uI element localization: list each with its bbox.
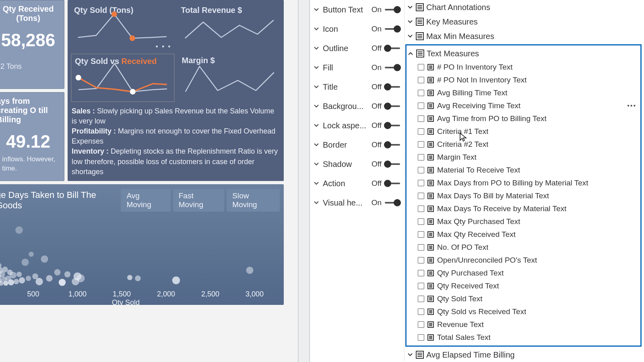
chart-total-revenue[interactable]: Total Revenue $: [178, 3, 281, 52]
fields-pane[interactable]: Chart Annotations Key Measures Max Min M…: [405, 0, 644, 362]
checkbox[interactable]: [418, 296, 424, 302]
checkbox[interactable]: [418, 244, 424, 251]
toggle-switch[interactable]: [385, 26, 400, 32]
report-canvas[interactable]: Qty Received (Tons) 58,286 92 Tons ays f…: [0, 0, 298, 362]
field-row[interactable]: Max Qty Purchased Text: [407, 215, 640, 228]
chevron-down-icon[interactable]: [313, 6, 320, 13]
field-row[interactable]: Revenue Text: [407, 318, 640, 331]
field-row[interactable]: Max Days To Receive by Material Text: [407, 202, 640, 215]
chart-margin[interactable]: Margin $: [179, 53, 281, 102]
format-row[interactable]: ShadowOff: [310, 154, 404, 174]
toggle-switch[interactable]: [385, 64, 400, 71]
format-row[interactable]: Lock aspe...Off: [310, 116, 404, 135]
checkbox[interactable]: [418, 167, 424, 173]
checkbox[interactable]: [418, 103, 424, 109]
field-row[interactable]: Avg Time from PO to Billing Text: [407, 112, 640, 125]
chevron-down-icon[interactable]: [313, 84, 320, 90]
checkbox[interactable]: [418, 64, 424, 70]
toggle-switch[interactable]: [385, 122, 400, 129]
field-row[interactable]: # PO Not In Inventory Text: [407, 74, 640, 86]
format-row[interactable]: Backgrou...Off: [310, 97, 404, 116]
field-row[interactable]: Max Days To Bill by Material Text: [407, 189, 640, 202]
toggle-switch[interactable]: [385, 45, 400, 51]
format-row[interactable]: BorderOff: [310, 135, 404, 154]
table-group[interactable]: Avg Elapsed Time Billing: [405, 348, 644, 362]
checkbox[interactable]: [418, 115, 424, 122]
checkbox[interactable]: [418, 283, 424, 289]
field-row[interactable]: Qty Purchased Text: [407, 267, 640, 280]
checkbox[interactable]: [418, 154, 424, 160]
checkbox[interactable]: [418, 90, 424, 96]
format-pane[interactable]: Button TextOnIconOnOutlineOffFillOnTitle…: [310, 0, 405, 362]
toggle-switch[interactable]: [385, 103, 400, 109]
toggle-switch[interactable]: [385, 6, 400, 13]
more-icon[interactable]: • • •: [156, 43, 171, 51]
field-row[interactable]: Qty Sold Text: [407, 292, 640, 305]
chevron-down-icon[interactable]: [313, 180, 320, 187]
format-row[interactable]: OutlineOff: [310, 39, 404, 58]
kpi-card-days-to-billing[interactable]: ays from creating O till Billing 49.12 h…: [0, 92, 64, 181]
format-row[interactable]: Visual he...On: [310, 193, 404, 212]
format-row[interactable]: IconOn: [310, 19, 404, 39]
toggle-switch[interactable]: [385, 142, 400, 148]
checkbox[interactable]: [418, 206, 424, 212]
legend-item[interactable]: Avg Moving: [121, 189, 170, 212]
toggle-switch[interactable]: [385, 200, 400, 206]
chevron-down-icon[interactable]: [313, 142, 320, 148]
legend-item[interactable]: Slow Moving: [227, 189, 280, 212]
checkbox[interactable]: [418, 321, 424, 328]
scatter-plot-visual[interactable]: ge Days Taken to Bill The Goods Avg Movi…: [0, 184, 284, 305]
chevron-down-icon[interactable]: [313, 161, 320, 167]
checkbox[interactable]: [418, 334, 424, 341]
format-row[interactable]: TitleOff: [310, 77, 404, 97]
toggle-switch[interactable]: [385, 161, 400, 167]
chart-qty-sold[interactable]: Qty Sold (Tons) • • •: [71, 3, 174, 52]
field-row[interactable]: No. Of PO Text: [407, 241, 640, 254]
more-icon[interactable]: •••: [627, 102, 636, 109]
mini-charts-container[interactable]: Qty Sold (Tons) • • • Total Revenue $: [68, 0, 284, 181]
table-group[interactable]: Max Min Measures: [405, 29, 644, 43]
chevron-down-icon[interactable]: [313, 26, 320, 32]
field-row[interactable]: # PO In Inventory Text: [407, 61, 640, 74]
format-row[interactable]: Button TextOn: [310, 0, 404, 19]
checkbox[interactable]: [418, 257, 424, 263]
chevron-down-icon[interactable]: [313, 64, 320, 71]
field-row[interactable]: Max Qty Received Text: [407, 228, 640, 241]
checkbox[interactable]: [418, 231, 424, 238]
checkbox[interactable]: [418, 141, 424, 148]
checkbox[interactable]: [418, 180, 424, 186]
checkbox[interactable]: [418, 218, 424, 225]
field-row[interactable]: Qty Received Text: [407, 280, 640, 292]
chart-sold-vs-received[interactable]: Qty Sold vs Received: [71, 53, 175, 102]
checkbox[interactable]: [418, 128, 424, 135]
table-group[interactable]: Chart Annotations: [405, 0, 644, 14]
format-row[interactable]: FillOn: [310, 58, 404, 77]
field-row[interactable]: Avg Billing Time Text: [407, 86, 640, 99]
chevron-down-icon[interactable]: [313, 122, 320, 129]
field-row[interactable]: Margin Text: [407, 151, 640, 164]
table-group[interactable]: Key Measures: [405, 14, 644, 29]
field-row[interactable]: Avg Receiving Time Text•••: [407, 99, 640, 112]
checkbox[interactable]: [418, 309, 424, 315]
checkbox[interactable]: [418, 270, 424, 276]
toggle-switch[interactable]: [385, 180, 400, 187]
field-row[interactable]: Criteria #1 Text: [407, 125, 640, 138]
toggle-switch[interactable]: [385, 84, 400, 90]
field-row[interactable]: Max Days from PO to Billing by Material …: [407, 177, 640, 189]
chevron-down-icon[interactable]: [313, 103, 320, 109]
kpi-card-qty-received[interactable]: Qty Received (Tons) 58,286 92 Tons: [0, 0, 64, 89]
field-row[interactable]: Open/Unreconciled PO's Text: [407, 254, 640, 267]
pane-divider[interactable]: [298, 0, 310, 362]
chevron-down-icon[interactable]: [313, 200, 320, 206]
field-row[interactable]: Total Sales Text: [407, 331, 640, 344]
checkbox[interactable]: [418, 193, 424, 199]
checkbox[interactable]: [418, 77, 424, 83]
field-row[interactable]: Criteria #2 Text: [407, 138, 640, 151]
table-group-selected[interactable]: Text Measures # PO In Inventory Text# PO…: [405, 44, 642, 347]
chevron-up-icon[interactable]: [407, 51, 414, 56]
format-row[interactable]: ActionOff: [310, 174, 404, 193]
field-row[interactable]: Qty Sold vs Received Text: [407, 305, 640, 318]
chevron-down-icon[interactable]: [313, 45, 320, 51]
legend-item[interactable]: Fast Moving: [173, 189, 225, 212]
field-row[interactable]: Material To Receive Text: [407, 164, 640, 177]
